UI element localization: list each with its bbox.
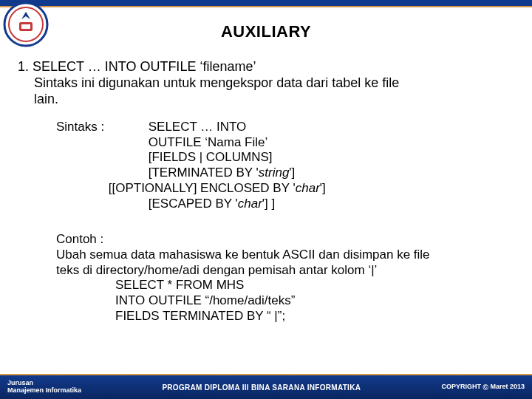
syntax-line: [ESCAPED BY 'char'] ] xyxy=(149,197,276,211)
footer-bar: Jurusan Manajemen Informatika PROGRAM DI… xyxy=(0,374,532,399)
example-line: Ubah semua data mahasiswa ke bentuk ASCI… xyxy=(56,248,519,263)
footer-left-l2: Manajemen Informatika xyxy=(7,387,81,395)
footer-copyright: COPYRIGHT © Maret 2013 xyxy=(442,383,532,391)
syntax-line: [FIELDS | COLUMNS] xyxy=(149,150,273,164)
syntax-line: [[OPTIONALLY] ENCLOSED BY 'char'] xyxy=(109,181,326,195)
slide-content: AUXILIARY 1. SELECT … INTO OUTFILE ‘file… xyxy=(13,22,519,324)
syntax-line: [TERMINATED BY 'string'] xyxy=(149,166,296,180)
footer-program: PROGRAM DIPLOMA III BINA SARANA INFORMAT… xyxy=(81,383,442,392)
example-sql-line: FIELDS TERMINATED BY “ |”; xyxy=(56,309,519,324)
example-line: teks di directory/home/adi dengan pemisa… xyxy=(56,263,519,279)
intro-line: lain. xyxy=(18,92,519,108)
intro-line: Sintaks ini digunakan untuk mengekspor d… xyxy=(18,75,519,92)
syntax-line: OUTFILE ‘Nama File’ xyxy=(149,135,268,149)
syntax-block: Sintaks : SELECT … INTO OUTFILE ‘Nama Fi… xyxy=(13,120,519,211)
top-border-bar xyxy=(0,0,532,7)
example-sql-line: SELECT * FROM MHS xyxy=(56,278,519,293)
example-line: Contoh : xyxy=(56,232,519,248)
syntax-body: SELECT … INTO OUTFILE ‘Nama File’ [FIELD… xyxy=(149,120,326,211)
intro-line: 1. SELECT … INTO OUTFILE ‘filename’ xyxy=(18,59,519,75)
syntax-line: SELECT … INTO xyxy=(149,120,247,134)
slide-title: AUXILIARY xyxy=(13,22,519,41)
example-sql-line: INTO OUTFILE “/home/adi/teks” xyxy=(56,293,519,309)
intro-paragraph: 1. SELECT … INTO OUTFILE ‘filename’ Sint… xyxy=(13,59,519,108)
copyright-icon: © xyxy=(483,383,488,392)
footer-department: Jurusan Manajemen Informatika xyxy=(0,380,81,395)
syntax-label: Sintaks : xyxy=(56,120,145,135)
example-block: Contoh : Ubah semua data mahasiswa ke be… xyxy=(13,232,519,324)
